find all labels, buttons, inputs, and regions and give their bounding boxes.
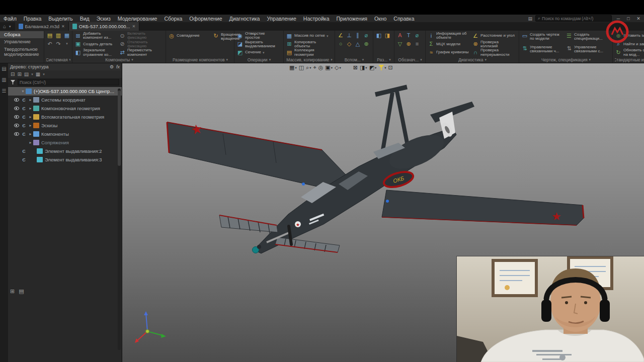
panel-menu-icon[interactable]: ☰ bbox=[2, 88, 7, 94]
mode-assembly[interactable]: Сборка bbox=[0, 31, 44, 38]
tab-document-1[interactable]: Балванка2.m3d ✕ bbox=[15, 22, 69, 31]
expand-icon[interactable]: ▸ bbox=[28, 98, 33, 102]
simple-hole-button[interactable]: ◉Отверстие простое bbox=[236, 32, 280, 40]
exclude-icon[interactable]: Є bbox=[20, 157, 28, 162]
expand-icon[interactable]: ▸ bbox=[28, 123, 33, 128]
collapse-icon[interactable]: ▾ bbox=[20, 89, 26, 94]
close-button[interactable]: ✕ bbox=[635, 16, 642, 21]
menu-window[interactable]: Окно bbox=[371, 16, 390, 22]
enable-fixation-button[interactable]: ⊙Включить фиксацию bbox=[119, 32, 162, 40]
tab-list-chevron-icon[interactable]: ▾ bbox=[9, 25, 11, 29]
gear-icon[interactable]: ⚙ bbox=[110, 64, 114, 69]
chevron-down-icon[interactable]: ▾ bbox=[63, 40, 70, 47]
redo-icon[interactable]: ↷ bbox=[55, 40, 62, 47]
move-component-button[interactable]: ⇄Переместить компонент bbox=[119, 48, 162, 57]
tree-filter-icon[interactable] bbox=[11, 80, 15, 84]
extra-tool-icon[interactable]: ⊡ bbox=[388, 64, 393, 71]
object-info-button[interactable]: iИнформация об объекте bbox=[428, 32, 471, 40]
expand-icon[interactable]: ▸ bbox=[28, 115, 33, 119]
exclude-icon[interactable]: Є bbox=[20, 123, 28, 128]
layout-grid-icon[interactable]: ▦▾ bbox=[289, 64, 297, 71]
zoom-icon[interactable]: ⌕▾ bbox=[306, 64, 311, 71]
mode-management[interactable]: Управление bbox=[0, 38, 44, 45]
hide-objects-icon[interactable]: ◨▾ bbox=[360, 64, 367, 71]
undo-icon[interactable]: ↶ bbox=[46, 40, 53, 47]
eye-icon[interactable] bbox=[14, 132, 19, 136]
close-tab-icon[interactable]: ✕ bbox=[61, 24, 65, 29]
menu-view[interactable]: Вид bbox=[76, 16, 93, 22]
collision-check-button[interactable]: ⊗Проверка коллизий bbox=[472, 40, 515, 49]
create-drawing-button[interactable]: ▭Создать чертеж по модели bbox=[521, 32, 565, 44]
refresh-links-button[interactable]: ↻Обновить ссылки на мод... bbox=[615, 48, 644, 57]
note-text-icon[interactable]: А bbox=[396, 32, 404, 39]
aux-diameter-icon[interactable]: ⌀ bbox=[363, 32, 370, 39]
close-tab-icon[interactable]: ✕ bbox=[132, 24, 135, 29]
tree-item-layout-geometry[interactable]: Є ▸ Компоновочная геометрия bbox=[8, 104, 122, 113]
create-part-button[interactable]: ▣Создать деталь bbox=[74, 40, 118, 49]
home-tab-icon[interactable]: ⌂ bbox=[0, 24, 9, 29]
chevron-down-icon[interactable]: ▾ bbox=[589, 58, 591, 62]
tree-bottom-list-icon[interactable]: ▤ bbox=[19, 288, 24, 295]
mode-solid-modeling[interactable]: Твердотельное моделирование bbox=[0, 46, 44, 58]
expand-icon[interactable]: ▸ bbox=[28, 132, 33, 136]
menu-select[interactable]: Выделить bbox=[45, 16, 76, 22]
note-diameter-icon[interactable]: ⌀ bbox=[414, 32, 421, 39]
chevron-down-icon[interactable]: ▾ bbox=[420, 58, 422, 62]
note-tolerance-icon[interactable]: Т bbox=[405, 32, 412, 39]
panel-tree-icon[interactable]: ▤ bbox=[2, 66, 6, 71]
chevron-down-icon[interactable]: ▾ bbox=[69, 58, 70, 62]
menu-management[interactable]: Управление bbox=[263, 16, 299, 22]
menu-file[interactable]: Файл bbox=[0, 16, 20, 22]
mirror-components-button[interactable]: ◧Зеркальное отражение ко... bbox=[74, 48, 118, 57]
grid-array-button[interactable]: ▦Массив по сетке▾ bbox=[286, 32, 329, 40]
exclude-icon[interactable]: Є bbox=[20, 106, 28, 111]
chevron-down-icon[interactable]: ▾ bbox=[389, 58, 391, 62]
distance-angle-button[interactable]: ∠Расстояние и угол bbox=[472, 32, 515, 40]
tree-grouping-icon[interactable]: ▦ bbox=[36, 71, 40, 77]
eye-icon[interactable] bbox=[14, 107, 19, 110]
curvature-graph-button[interactable]: ≈График кривизны bbox=[428, 48, 471, 57]
display-mode-icon[interactable]: ◇▾ bbox=[335, 64, 341, 71]
save-document-icon[interactable]: ▦ bbox=[63, 32, 70, 39]
create-spec-button[interactable]: ☰Создать спецификаци... bbox=[566, 32, 609, 44]
eye-icon[interactable] bbox=[14, 124, 19, 127]
chevron-down-icon[interactable]: ▾ bbox=[263, 51, 265, 54]
measure-icon[interactable]: ⊠ bbox=[353, 64, 358, 71]
tree-item-coordinate-systems[interactable]: Є ▸ Системы координат bbox=[8, 96, 122, 104]
eye-icon[interactable] bbox=[14, 115, 19, 119]
expand-all-icon[interactable]: ⊞ bbox=[17, 71, 21, 77]
add-component-button[interactable]: ⊞Добавить компонент из... bbox=[74, 32, 118, 40]
cut-extrude-button[interactable]: ◪Вырезать выдавливанием bbox=[236, 40, 280, 49]
chevron-down-icon[interactable]: ▾ bbox=[43, 72, 45, 76]
chevron-down-icon[interactable]: ▾ bbox=[362, 58, 364, 62]
tab-document-2[interactable]: ОКБ-537.100.000.000... ✕ bbox=[69, 22, 139, 31]
continuity-check-button[interactable]: ∩Проверка непрерывности bbox=[472, 48, 515, 57]
menu-sketch[interactable]: Эскиз bbox=[93, 16, 114, 22]
chevron-down-icon[interactable]: ▾ bbox=[31, 72, 33, 76]
coincidence-button[interactable]: ◎Совпадение bbox=[168, 32, 211, 40]
window-menu-icon[interactable]: ▤ bbox=[528, 16, 532, 21]
planes-icon[interactable]: ◫ bbox=[299, 64, 304, 71]
section-button[interactable]: ◩Сечение▾ bbox=[236, 48, 280, 57]
tree-view-icon[interactable]: ▤ bbox=[24, 71, 29, 77]
tree-search-input[interactable] bbox=[18, 79, 119, 85]
menu-diagnostics[interactable]: Диагностика bbox=[226, 16, 264, 22]
linked-drawings-button[interactable]: ⇅Управление связанными ч... bbox=[521, 44, 565, 57]
tree-item-components[interactable]: Є ▸ Компоненты bbox=[8, 130, 122, 138]
tree-scrollbar-thumb[interactable] bbox=[118, 90, 121, 166]
menu-layout[interactable]: Оформление bbox=[186, 16, 225, 22]
aux-perpendicular-icon[interactable]: ⊥ bbox=[346, 32, 353, 39]
aux-parallel-icon[interactable]: ∥ bbox=[354, 32, 361, 39]
expand-icon[interactable]: ▸ bbox=[28, 140, 33, 145]
menu-assembly[interactable]: Сборка bbox=[160, 16, 186, 22]
aux-triangle-icon[interactable]: △ bbox=[354, 40, 361, 47]
tree-item-extrusion-3[interactable]: Є Элемент выдавливания:3 bbox=[8, 155, 122, 164]
aux-angle-icon[interactable]: ∠ bbox=[337, 32, 344, 39]
linked-specs-button[interactable]: ⇅Управление связанными с... bbox=[566, 44, 609, 57]
open-document-icon[interactable]: ▥ bbox=[55, 32, 62, 39]
exclude-icon[interactable]: Є bbox=[20, 115, 28, 120]
panel-layers-icon[interactable]: ▥ bbox=[2, 77, 6, 82]
chevron-down-icon[interactable]: ▾ bbox=[485, 58, 487, 62]
tree-item-sketches[interactable]: Є ▸ Эскизы bbox=[8, 121, 122, 130]
tree-item-mates[interactable]: ▸ Сопряжения bbox=[8, 138, 122, 147]
